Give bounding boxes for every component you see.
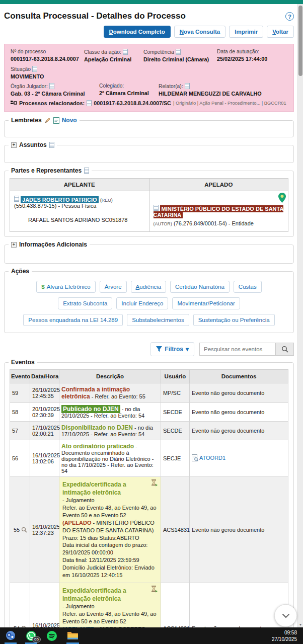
event-number: 57 (10, 422, 30, 440)
movimentar-peticionar-button[interactable]: Movimentar/Peticionar (172, 297, 240, 309)
nova-consulta-button[interactable]: Nova Consulta (174, 26, 226, 38)
help-icon[interactable]: ? (285, 12, 294, 21)
event-row-58: 58 20/10/2025 02:30:39 Publicado no DJEN… (10, 403, 288, 422)
event-badge: Publicado no DJEN (61, 405, 120, 413)
taskbar-spotify[interactable] (45, 627, 58, 644)
page-title: Consulta Processual - Detalhes do Proces… (4, 11, 186, 21)
lembretes-section: Lembretes Novo (4, 120, 294, 137)
apelado-type: - Entidade (229, 220, 254, 226)
classe-label: Classe da ação: (84, 49, 139, 55)
form-icon[interactable] (14, 196, 19, 202)
pessoa-lei-14289-button[interactable]: Pessoa enquadrada na LEI 14.289 (23, 314, 123, 326)
col-header-descricao: Descrição (59, 370, 161, 383)
relator-value: HILDEMAR MENEGUZZI DE CARVALHO (159, 91, 283, 97)
taskbar-clock[interactable]: 09:58 27/10/2025 (272, 629, 299, 642)
apelante-column-header: APELANTE (10, 179, 149, 191)
file-explorer-icon (67, 631, 79, 640)
incluir-endereco-button[interactable]: Incluir Endereço (116, 297, 168, 309)
scroll-to-bottom-button[interactable] (274, 604, 297, 627)
imprimir-button[interactable]: Imprimir (229, 26, 263, 38)
event-datetime: 17/10/2025 02:00:21 (30, 422, 59, 440)
acoes-section: Ações $Alvará Eletrônico Árvore Audiênci… (4, 271, 294, 333)
chevron-down-icon (282, 613, 290, 618)
apelante-advogado: RAFAEL SANTOS ADRIANO SC051878 (28, 217, 145, 223)
partes-section: Partes e Representantes APELANTE APELADO… (4, 171, 294, 237)
voltar-button[interactable]: Voltar (267, 26, 294, 38)
alvara-eletronico-button[interactable]: $Alvará Eletrônico (36, 281, 95, 293)
custas-button[interactable]: Custas (234, 281, 262, 293)
apelante-party-name[interactable]: JADES ROBERTO PATRICIO (21, 196, 99, 203)
form-icon[interactable] (154, 205, 159, 211)
form-icon[interactable] (49, 142, 54, 148)
download-completo-button[interactable]: Download Completo (104, 26, 171, 38)
form-icon[interactable] (87, 100, 92, 106)
app-icon (5, 630, 16, 641)
event-description: Publicado no DJEN - no dia 20/10/2025 - … (59, 403, 161, 422)
magnifier-icon[interactable] (21, 527, 27, 533)
clock-time: 09:58 (272, 629, 297, 636)
novo-lembrete-link[interactable]: Novo (62, 117, 77, 124)
apelante-role: (RÉU) (100, 198, 113, 203)
filtros-button[interactable]: Filtros ▾ (150, 342, 194, 356)
event-row-55: 55 16/10/2025 12:37:23 Expedida/certific… (10, 477, 288, 583)
processo-relacionado-detalhes: | Originário | Ação Penal - Procedimento… (173, 101, 286, 106)
dollar-icon: $ (41, 284, 44, 290)
form-icon[interactable] (32, 66, 37, 72)
situacao-label: Situação (11, 66, 44, 72)
processo-relacionado-numero[interactable]: 0001917-63.2018.8.24.0007/SC (94, 100, 171, 106)
document-preview-icon (192, 454, 198, 461)
assuntos-expand-button[interactable]: + (11, 142, 17, 148)
apelado-column-header: APELADO (149, 179, 288, 191)
informacoes-adicionais-section: + Informações Adicionais (4, 245, 294, 264)
event-number: 59 (10, 383, 30, 403)
caret-down-icon: ▾ (186, 346, 189, 353)
lembretes-label: Lembretes (11, 117, 42, 124)
sustentacao-preferencia-button[interactable]: Sustentação ou Preferência (193, 314, 275, 326)
form-icon[interactable] (49, 83, 54, 89)
deadline-hourglass-icon[interactable] (151, 586, 158, 593)
arvore-button[interactable]: Árvore (100, 281, 127, 293)
apelante-type: - Pessoa Física (58, 203, 96, 209)
form-icon[interactable] (84, 168, 89, 174)
orgao-julgador-label: Órgão Julgador: (11, 83, 95, 89)
event-row-56: 56 16/10/2025 13:02:06 Ato ordinatório p… (10, 440, 288, 477)
taskbar-app-blue[interactable] (4, 627, 17, 644)
form-icon[interactable] (185, 83, 190, 89)
acoes-label: Ações (11, 268, 29, 275)
event-user: SECDE (161, 403, 190, 422)
extrato-subconta-button[interactable]: Extrato Subconta (58, 297, 112, 309)
event-documents: ATOORD1 (190, 440, 288, 477)
audiencia-button[interactable]: Audiência (131, 281, 167, 293)
event-user: SECJE (161, 440, 190, 477)
colegiado-value: 2ª Câmara Criminal (99, 90, 155, 96)
app-top-accent-bar (0, 0, 303, 4)
event-datetime: 26/10/2025 12:45:35 (30, 383, 59, 403)
scrollbar-down-arrow-icon[interactable]: ▾ (298, 623, 303, 627)
toolbar: Download Completo Nova Consulta Imprimir… (4, 26, 294, 38)
form-icon[interactable] (176, 49, 181, 55)
informacoes-expand-button[interactable]: + (11, 242, 17, 248)
event-no-document: Evento não gerou documento (190, 422, 288, 440)
certidao-narratoria-button[interactable]: Certidão Narratória (170, 281, 230, 293)
map-pin-icon[interactable] (278, 193, 286, 203)
numero-processo-value: 0001917-63.2018.8.24.0007 (11, 56, 80, 62)
events-search-input[interactable] (200, 343, 275, 355)
form-icon[interactable] (123, 49, 128, 55)
search-button[interactable] (275, 343, 293, 355)
events-header-row: Evento Data/Hora Descrição Usuário Docum… (10, 370, 288, 383)
page-scrollbar[interactable]: ▾ (297, 4, 303, 627)
taskbar-whatsapp[interactable]: 65 (25, 627, 38, 644)
substabelecimentos-button[interactable]: Substabelecimentos (127, 314, 189, 326)
apelante-cell: JADES ROBERTO PATRICIO (RÉU) (550.438.87… (10, 191, 149, 232)
apelado-party-name[interactable]: MINISTÉRIO PÚBLICO DO ESTADO DE SANTA CA… (154, 205, 284, 218)
assuntos-label: Assuntos (19, 141, 47, 148)
scrollbar-thumb[interactable] (298, 6, 302, 76)
event-user: SECDE (161, 422, 190, 440)
apelado-document: (76.276.849/0001-54) (174, 220, 227, 226)
autuacao-value: 25/02/2025 17:44:00 (217, 56, 283, 62)
deadline-hourglass-icon[interactable] (151, 479, 158, 487)
relator-label: Relator(a): (159, 83, 283, 89)
document-link[interactable]: ATOORD1 (192, 454, 225, 461)
taskbar-file-explorer[interactable] (66, 627, 80, 644)
apelado-role: (AUTOR) (154, 221, 172, 226)
